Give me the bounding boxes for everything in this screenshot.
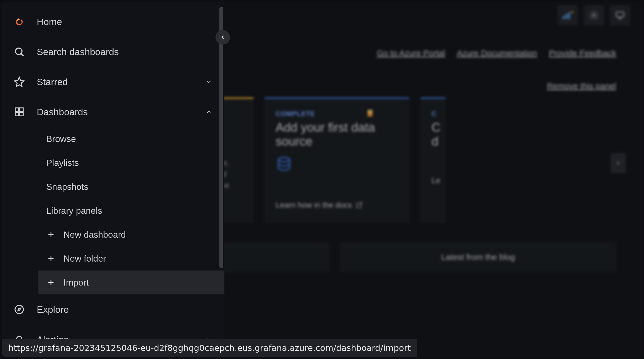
chevron-right-icon bbox=[615, 160, 621, 166]
nav-label: Home bbox=[37, 16, 62, 27]
external-link-icon bbox=[356, 202, 363, 208]
sub-label: Browse bbox=[46, 134, 76, 144]
database-icon bbox=[276, 156, 398, 173]
nav-home[interactable]: Home bbox=[2, 7, 224, 37]
nav-label: Search dashboards bbox=[37, 46, 119, 57]
card-tag: C bbox=[432, 110, 434, 118]
chevron-down-icon bbox=[204, 77, 213, 86]
plus-icon bbox=[46, 230, 56, 239]
svg-rect-1 bbox=[565, 14, 567, 19]
sidebar-item-snapshots[interactable]: Snapshots bbox=[2, 175, 224, 199]
chevron-left-icon bbox=[220, 34, 226, 40]
card-tag: COMPLETE bbox=[276, 110, 398, 118]
nav-dashboards[interactable]: Dashboards bbox=[2, 97, 224, 127]
svg-point-6 bbox=[16, 48, 22, 55]
sidebar-item-library-panels[interactable]: Library panels bbox=[2, 199, 224, 223]
chevron-up-icon bbox=[204, 107, 213, 116]
card-title: Add your first data source bbox=[276, 121, 398, 148]
sidebar-item-playlists[interactable]: Playlists bbox=[2, 151, 224, 175]
nav-label: Dashboards bbox=[37, 107, 88, 117]
monitor-icon[interactable] bbox=[610, 5, 630, 25]
svg-point-11 bbox=[15, 305, 23, 314]
nav-search[interactable]: Search dashboards bbox=[2, 37, 224, 67]
cards-scroll-right[interactable] bbox=[611, 153, 626, 173]
search-icon bbox=[13, 46, 25, 58]
plus-icon bbox=[46, 278, 56, 287]
sub-label: Playlists bbox=[46, 158, 79, 168]
nav-label: Explore bbox=[37, 304, 69, 315]
grafana-logo-icon bbox=[13, 16, 25, 28]
gear-icon[interactable] bbox=[584, 5, 604, 25]
nav-explore[interactable]: Explore bbox=[2, 294, 224, 324]
panel-add-icon[interactable] bbox=[558, 5, 578, 25]
docs-link[interactable]: Le bbox=[432, 176, 434, 185]
bottom-panel-blog[interactable]: Latest from the blog bbox=[340, 242, 616, 272]
svg-rect-4 bbox=[616, 12, 624, 17]
svg-rect-2 bbox=[568, 12, 570, 19]
sidebar-item-browse[interactable]: Browse bbox=[2, 127, 224, 151]
svg-rect-8 bbox=[20, 108, 23, 112]
svg-rect-9 bbox=[15, 112, 19, 116]
star-icon bbox=[13, 76, 25, 88]
card-title: C d bbox=[432, 121, 434, 148]
sub-label: New folder bbox=[63, 254, 106, 264]
sidebar-collapse-button[interactable] bbox=[216, 30, 230, 45]
sub-label: Snapshots bbox=[46, 182, 88, 192]
sub-label: Library panels bbox=[46, 206, 102, 216]
sidebar-item-import[interactable]: Import bbox=[38, 271, 224, 294]
nav-label: Starred bbox=[37, 77, 68, 87]
browser-status-bar: https://grafana-202345125046-eu-d2f8gghq… bbox=[2, 339, 417, 357]
link-feedback[interactable]: Provide Feedback bbox=[549, 48, 616, 58]
plus-icon bbox=[46, 254, 56, 263]
sidebar-scrollbar[interactable] bbox=[219, 7, 223, 268]
svg-rect-0 bbox=[563, 16, 564, 19]
nav-starred[interactable]: Starred bbox=[2, 67, 224, 97]
sub-label: New dashboard bbox=[63, 230, 126, 240]
svg-point-3 bbox=[592, 14, 595, 17]
next-card-peek[interactable]: C C d Le bbox=[420, 97, 445, 223]
sidebar-item-new-folder[interactable]: New folder bbox=[2, 247, 224, 271]
compass-icon bbox=[13, 304, 25, 315]
data-source-card[interactable]: COMPLETE Add your first data source Lear… bbox=[265, 97, 409, 223]
link-azure-portal[interactable]: Go to Azure Portal bbox=[377, 48, 445, 58]
dashboards-icon bbox=[13, 106, 25, 118]
docs-link[interactable]: Learn how in the docs bbox=[276, 201, 398, 210]
svg-rect-7 bbox=[15, 108, 19, 112]
sidebar-item-new-dashboard[interactable]: New dashboard bbox=[2, 223, 224, 247]
sidebar-nav: Home Search dashboards Starred Dashboard… bbox=[2, 2, 224, 357]
gradient-marker bbox=[368, 110, 373, 117]
svg-rect-10 bbox=[20, 112, 23, 116]
sub-label: Import bbox=[63, 277, 89, 288]
svg-point-5 bbox=[278, 158, 290, 162]
link-azure-docs[interactable]: Azure Documentation bbox=[457, 48, 537, 58]
